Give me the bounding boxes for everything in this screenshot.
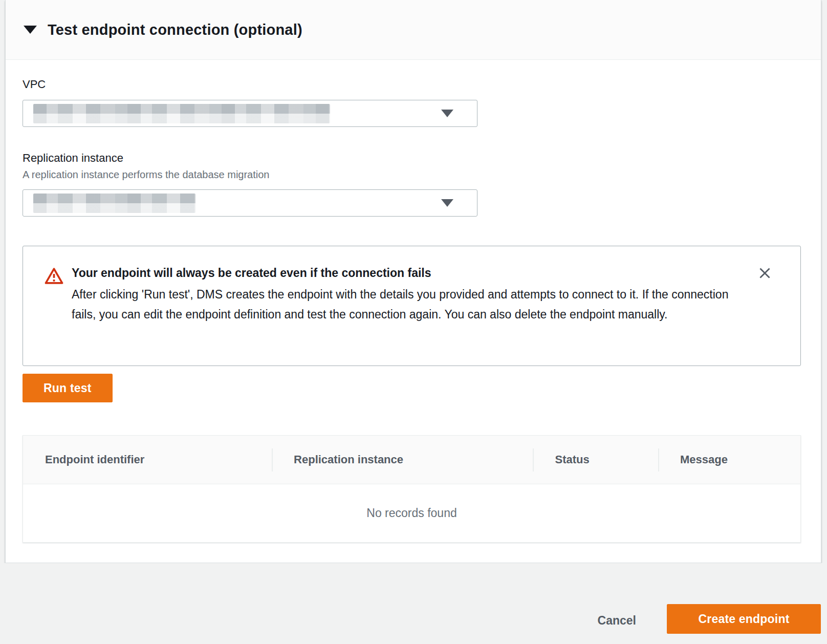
create-endpoint-button[interactable]: Create endpoint (667, 604, 821, 634)
section-expander-caret-down-icon (24, 26, 37, 34)
chevron-down-icon (441, 199, 453, 207)
table-empty-state: No records found (23, 484, 800, 542)
column-header-status[interactable]: Status (533, 436, 658, 484)
warning-triangle-icon (45, 267, 63, 347)
form-actions-footer: Cancel Create endpoint (0, 563, 827, 644)
replication-instance-select[interactable] (23, 189, 477, 217)
run-test-button[interactable]: Run test (23, 374, 113, 402)
replication-instance-description: A replication instance performs the data… (23, 169, 800, 181)
column-header-replication-instance[interactable]: Replication instance (272, 436, 533, 484)
warning-flashbar: Your endpoint will always be created eve… (23, 246, 801, 366)
replication-instance-field-group: Replication instance A replication insta… (23, 152, 800, 217)
vpc-selected-value-redacted (33, 104, 330, 123)
replication-instance-selected-value-redacted (33, 194, 195, 213)
test-endpoint-connection-panel: Test endpoint connection (optional) VPC … (5, 0, 821, 563)
warning-body-text: After clicking 'Run test', DMS creates t… (72, 285, 737, 325)
close-icon[interactable] (750, 265, 780, 282)
section-title: Test endpoint connection (optional) (48, 22, 302, 38)
warning-title: Your endpoint will always be created eve… (72, 266, 750, 280)
column-header-endpoint-identifier[interactable]: Endpoint identifier (23, 436, 272, 484)
chevron-down-icon (441, 110, 453, 117)
warning-content: Your endpoint will always be created eve… (72, 266, 750, 347)
table-header-row: Endpoint identifier Replication instance… (23, 436, 800, 484)
vpc-select[interactable] (23, 100, 477, 127)
section-header-test-endpoint-connection[interactable]: Test endpoint connection (optional) (6, 0, 821, 60)
column-header-message[interactable]: Message (658, 436, 800, 484)
section-body: VPC Replication instance A replication i… (6, 60, 821, 543)
vpc-field-group: VPC (23, 78, 800, 127)
connection-results-table: Endpoint identifier Replication instance… (23, 435, 801, 543)
replication-instance-label: Replication instance (23, 152, 800, 165)
vpc-label: VPC (23, 78, 800, 91)
cancel-button[interactable]: Cancel (593, 614, 641, 628)
